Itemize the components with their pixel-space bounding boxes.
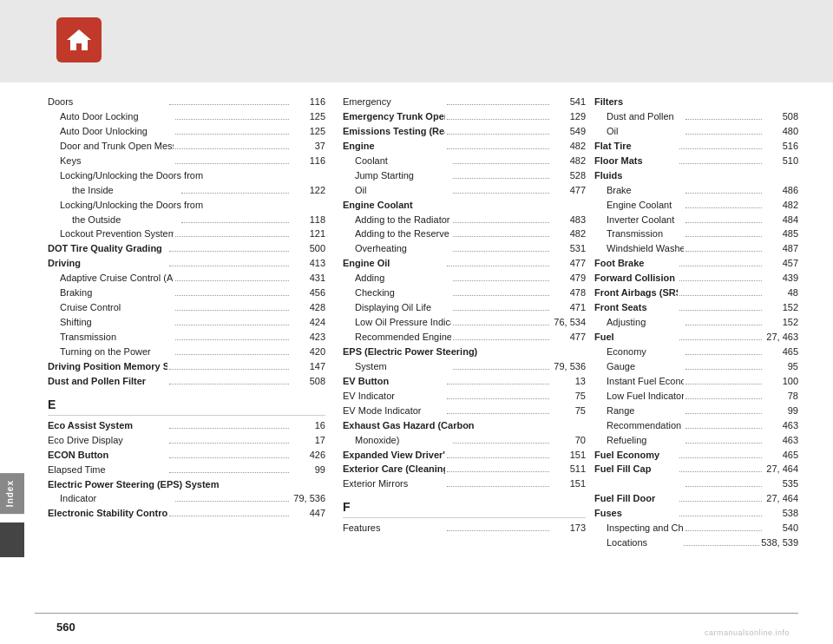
entry-dots <box>685 207 763 208</box>
entry-dots <box>685 384 763 384</box>
entry-page: 37 <box>291 140 325 154</box>
right-column: Filters Dust and Pollen 508 Oil 480 Flat… <box>594 95 798 609</box>
entry-label: Driving <box>48 257 167 271</box>
entry-dots <box>447 134 549 135</box>
entry-page: 516 <box>764 140 798 154</box>
entry-page: 478 <box>551 286 586 300</box>
entry-label: Jump Starting <box>355 169 451 183</box>
left-column: Doors 116 Auto Door Locking 125 Auto Doo… <box>48 95 343 609</box>
entry-label: Indicator <box>60 492 174 506</box>
entry-dots <box>679 310 763 311</box>
entry-page: 540 <box>764 522 798 536</box>
entry-dots <box>685 193 763 194</box>
driving-entry: Driving 413 <box>48 257 325 271</box>
entry-label: Recommended Engine Oil <box>355 331 451 345</box>
entry-page: 457 <box>764 257 798 271</box>
entry-label: Coolant <box>355 154 451 168</box>
entry-label: Oil <box>607 125 684 139</box>
entry-page: 27, 464 <box>764 463 798 476</box>
jump-starting-entry: Jump Starting 528 <box>343 169 586 183</box>
entry-page: 152 <box>764 316 798 330</box>
entry-dots <box>175 280 289 281</box>
entry-label: Cruise Control <box>60 301 174 315</box>
fuel-economy-entry: Fuel Economy 465 <box>594 449 798 463</box>
entry-dots <box>453 280 549 281</box>
entry-dots <box>679 266 763 266</box>
entry-label: Locking/Unlocking the Doors from <box>60 169 291 183</box>
entry-dots <box>453 443 549 444</box>
entry-label: Locations <box>607 536 682 550</box>
floor-mats-entry: Floor Mats 510 <box>594 154 798 168</box>
auto-door-locking-entry: Auto Door Locking 125 <box>48 110 325 124</box>
entry-label: Transmission <box>607 227 684 241</box>
entry-label: Auto Door Unlocking <box>60 125 174 139</box>
entry-label: Engine Coolant <box>607 199 684 213</box>
entry-page: 27, 464 <box>764 492 798 506</box>
entry-label: Flat Tire <box>594 140 678 154</box>
entry-label: System <box>355 360 451 374</box>
entry-dots <box>685 486 763 487</box>
features-entry: Features 173 <box>343 522 586 536</box>
entry-dots <box>175 295 289 296</box>
entry-label: Electronic Stability Control (ESC) <box>48 507 167 521</box>
entry-label: the Inside <box>72 184 180 198</box>
entry-page: 129 <box>551 110 586 124</box>
entry-dots <box>685 428 763 429</box>
middle-column: Emergency 541 Emergency Trunk Opener 129… <box>343 95 594 609</box>
entry-page: 99 <box>764 404 798 418</box>
entry-page: 483 <box>551 214 586 227</box>
entry-label: Auto Door Locking <box>60 110 174 124</box>
entry-page: 538, 539 <box>761 536 798 550</box>
entry-page: 152 <box>764 301 798 315</box>
entry-label: Overheating <box>355 242 451 256</box>
entry-page: 463 <box>764 419 798 433</box>
windshield-washer-entry: Windshield Washer 487 <box>594 242 798 256</box>
entry-dots <box>685 251 763 252</box>
entry-page: 477 <box>551 257 586 271</box>
entry-label: Low Fuel Indicator <box>607 390 684 404</box>
entry-page: 465 <box>764 345 798 359</box>
entry-label: Forward Collision Warning (FCW) <box>594 272 678 286</box>
entry-page: 531 <box>551 242 586 256</box>
entry-page: 508 <box>764 110 798 124</box>
entry-page: 465 <box>764 449 798 463</box>
entry-page: 424 <box>291 316 325 330</box>
home-button[interactable] <box>56 17 102 62</box>
entry-page: 16 <box>291 419 325 433</box>
ev-mode-entry: EV Mode Indicator 75 <box>343 404 586 418</box>
ev-indicator-entry: EV Indicator 75 <box>343 390 586 404</box>
section-letter-f: F <box>343 500 586 514</box>
locking-inside-1-entry: Locking/Unlocking the Doors from <box>48 169 325 183</box>
entry-page: 471 <box>551 301 586 315</box>
entry-page: 528 <box>551 169 586 183</box>
engine-coolant-fluid-entry: Engine Coolant 482 <box>594 199 798 213</box>
entry-page: 510 <box>764 154 798 168</box>
entry-label: Exterior Mirrors <box>343 477 445 491</box>
entry-label: Inspecting and Changing <box>607 522 684 536</box>
fcw-entry: Forward Collision Warning (FCW) 439 <box>594 272 798 286</box>
entry-label: ECON Button <box>48 449 167 463</box>
entry-dots <box>685 325 763 325</box>
entry-dots <box>685 354 763 355</box>
entry-dots <box>453 310 549 311</box>
eps-system-sub-entry: System 79, 536 <box>343 360 586 374</box>
braking-entry: Braking 456 <box>48 286 325 300</box>
entry-dots <box>453 251 549 252</box>
auto-door-unlocking-entry: Auto Door Unlocking 125 <box>48 125 325 139</box>
entry-page: 151 <box>551 449 586 463</box>
index-tab: Index <box>0 473 24 514</box>
entry-label: Checking <box>355 286 451 300</box>
entry-label: Fuel <box>594 331 678 345</box>
entry-label: Fuses <box>594 507 678 521</box>
entry-dots <box>679 516 763 516</box>
entry-page: 116 <box>291 95 325 109</box>
entry-label: Filters <box>594 95 798 109</box>
entry-label: Adding to the Radiator <box>355 214 451 227</box>
dust-pollen-entry: Dust and Pollen Filter 508 <box>48 375 325 389</box>
entry-page: 125 <box>291 125 325 139</box>
entry-page: 147 <box>291 360 325 374</box>
locking-outside-2-entry: the Outside 118 <box>48 214 325 227</box>
lockout-entry: Lockout Prevention System 121 <box>48 227 325 241</box>
entry-dots <box>175 325 289 325</box>
adding-oil-entry: Adding 479 <box>343 272 586 286</box>
